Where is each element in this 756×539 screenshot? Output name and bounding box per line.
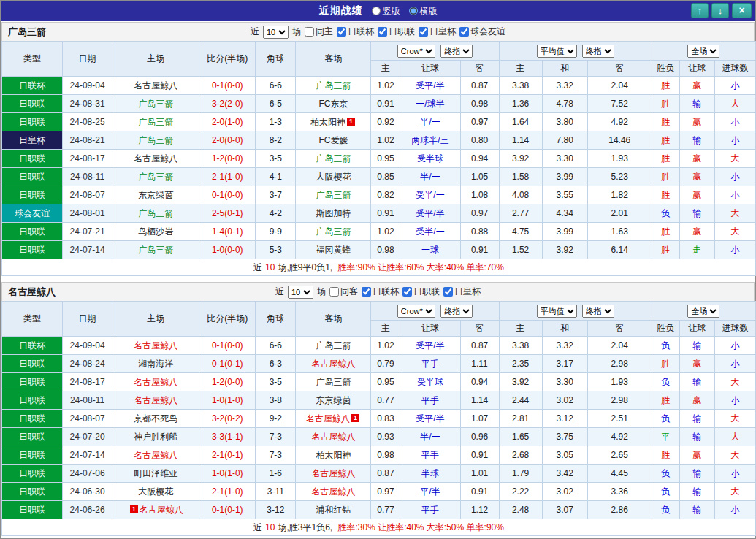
away-team[interactable]: 大阪樱花 (296, 168, 371, 186)
match-count-select[interactable]: 10 (263, 26, 289, 39)
same-venue-filter[interactable]: 同主 (305, 26, 333, 38)
home-team[interactable]: 广岛三箭 (112, 95, 199, 113)
odds-handicap: 受平/半 (400, 337, 460, 355)
scope-select[interactable]: 全场 (687, 45, 719, 58)
away-team[interactable]: 斯图加特 (296, 204, 371, 223)
vertical-radio[interactable] (372, 7, 381, 15)
home-team[interactable]: 大阪樱花 (112, 483, 199, 501)
home-team[interactable]: 名古屋鲸八 (112, 150, 199, 168)
odds-away: 0.91 (460, 446, 499, 465)
horizontal-radio[interactable] (409, 7, 418, 15)
sub-header-odds-away: 客 (460, 321, 499, 337)
corners: 9-2 (256, 410, 296, 428)
away-team[interactable]: 广岛三箭 (296, 373, 371, 391)
col-header-home: 主场 (112, 302, 199, 337)
result-outcome: 平 (652, 428, 679, 446)
layout-horizontal-option[interactable]: 横版 (409, 5, 438, 18)
home-team[interactable]: 广岛三箭 (112, 131, 199, 150)
home-team[interactable]: 名古屋鲸八 (112, 373, 199, 391)
home-team[interactable]: 名古屋鲸八 (112, 77, 199, 95)
average-time-select[interactable]: 终指 (582, 305, 614, 318)
average-select[interactable]: 平均值 (537, 45, 577, 58)
league-filter-1[interactable]: 日职联 (402, 286, 440, 298)
away-team[interactable]: 广岛三箭 (296, 77, 371, 95)
home-team[interactable]: 广岛三箭 (112, 241, 199, 259)
away-team[interactable]: 名古屋鲸八 (296, 465, 371, 483)
sub-header-avg-draw: 和 (542, 321, 587, 337)
league-filter-0[interactable]: 日联杯 (337, 26, 374, 38)
result-handicap: 输 (679, 465, 714, 483)
home-team[interactable]: 神户胜利船 (112, 428, 199, 446)
league-filter-2-checkbox[interactable] (443, 287, 453, 297)
league-filter-3[interactable]: 球会友谊 (459, 26, 505, 38)
away-team[interactable]: 名古屋鲸八 (296, 483, 371, 501)
scroll-down-button[interactable]: ↓ (711, 3, 729, 18)
league-filter-0[interactable]: 日联杯 (362, 286, 399, 298)
home-team[interactable]: 名古屋鲸八 (112, 391, 199, 410)
odds-away: 0.91 (460, 241, 499, 259)
home-team[interactable]: 1名古屋鲸八 (112, 501, 199, 519)
scope-select[interactable]: 全场 (687, 305, 719, 318)
home-team[interactable]: 东京绿茵 (112, 186, 199, 204)
home-team[interactable]: 广岛三箭 (112, 168, 199, 186)
avg-away: 1.93 (587, 373, 652, 391)
league-filter-2-label: 日皇杯 (454, 286, 481, 298)
away-team[interactable]: 广岛三箭 (296, 337, 371, 355)
away-team[interactable]: 广岛三箭 (296, 223, 371, 241)
away-team[interactable]: 福冈黄蜂 (296, 241, 371, 259)
odds-time-select[interactable]: 终指 (440, 305, 473, 318)
league-filter-0-checkbox[interactable] (337, 27, 346, 37)
col-header-score: 比分(半场) (199, 302, 256, 337)
away-team[interactable]: 广岛三箭 (296, 150, 371, 168)
match-count-select[interactable]: 10 (288, 286, 313, 299)
league-filter-1[interactable]: 日职联 (378, 26, 415, 38)
league-filter-3-checkbox[interactable] (459, 27, 469, 37)
league-filter-2-checkbox[interactable] (419, 27, 428, 37)
home-team[interactable]: 广岛三箭 (112, 204, 199, 223)
result-outcome: 胜 (652, 150, 679, 168)
same-venue-filter-checkbox[interactable] (329, 287, 339, 297)
away-team[interactable]: 名古屋鲸八 (296, 428, 371, 446)
home-team[interactable]: 广岛三箭 (112, 113, 199, 131)
home-team[interactable]: 名古屋鲸八 (112, 337, 199, 355)
league-filter-1-checkbox[interactable] (378, 27, 387, 37)
result-outcome: 胜 (652, 186, 679, 204)
away-team[interactable]: 名古屋鲸八1 (296, 410, 371, 428)
away-team[interactable]: 柏太阳神 (296, 446, 371, 465)
odds-handicap: 两球半/三 (400, 131, 460, 150)
col-header-corner: 角球 (256, 42, 296, 77)
close-button[interactable]: × (732, 3, 752, 18)
league-badge: 日联杯 (2, 77, 63, 95)
summary-part: 近 (253, 262, 262, 272)
away-team[interactable]: 名古屋鲸八 (296, 355, 371, 373)
home-team[interactable]: 湘南海洋 (112, 355, 199, 373)
same-venue-filter-checkbox[interactable] (305, 27, 314, 37)
home-team[interactable]: 名古屋鲸八 (112, 446, 199, 465)
odds-company-select[interactable]: Crow* (397, 45, 435, 58)
sub-header-goals: 进球数 (714, 321, 755, 337)
summary-part: 10 (265, 262, 275, 272)
match-date: 24-06-30 (63, 483, 112, 501)
away-team[interactable]: 东京绿茵 (296, 391, 371, 410)
summary-part: 胜率:30% 让胜率:40% 大率:50% 单率:90% (337, 522, 503, 532)
away-team[interactable]: 广岛三箭 (296, 186, 371, 204)
home-team[interactable]: 鸟栖沙岩 (112, 223, 199, 241)
scroll-up-button[interactable]: ↑ (691, 3, 709, 18)
away-team[interactable]: FC爱媛 (296, 131, 371, 150)
away-team[interactable]: FC东京 (296, 95, 371, 113)
average-select[interactable]: 平均值 (537, 305, 577, 318)
home-team[interactable]: 京都不死鸟 (112, 410, 199, 428)
home-team[interactable]: 町田泽维亚 (112, 465, 199, 483)
away-team[interactable]: 柏太阳神1 (296, 113, 371, 131)
average-time-select[interactable]: 终指 (582, 45, 614, 58)
away-team[interactable]: 浦和红钻 (296, 501, 371, 519)
league-filter-2[interactable]: 日皇杯 (419, 26, 456, 38)
odds-company-select[interactable]: Crow* (397, 305, 435, 318)
league-filter-2[interactable]: 日皇杯 (443, 286, 481, 298)
same-venue-filter[interactable]: 同客 (329, 286, 358, 298)
odds-time-select[interactable]: 终指 (440, 45, 473, 58)
layout-vertical-option[interactable]: 竖版 (372, 5, 400, 18)
league-filter-1-checkbox[interactable] (402, 287, 412, 297)
result-outcome: 胜 (652, 168, 679, 186)
league-filter-0-checkbox[interactable] (362, 287, 371, 297)
